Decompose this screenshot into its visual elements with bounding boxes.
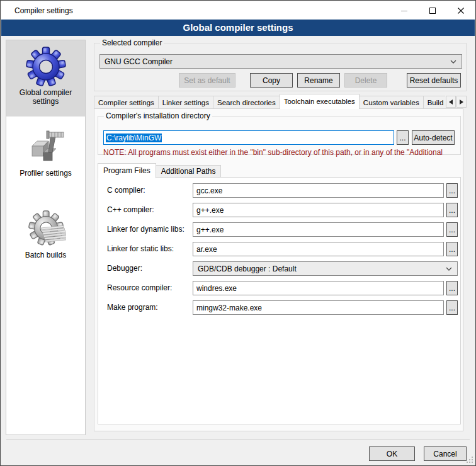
browse-resource-compiler-button[interactable]: ... (446, 281, 458, 295)
chevron-down-icon (445, 266, 453, 271)
compiler-settings-dialog: Compiler settings Global compiler settin… (0, 0, 476, 466)
delete-button[interactable]: Delete (344, 73, 387, 88)
sidebar-item-label: Profiler settings (13, 169, 79, 178)
maximize-button[interactable] (418, 1, 446, 20)
browse-linker-dynamic-button[interactable]: ... (446, 222, 458, 237)
program-files-page: C compiler: ... C++ compiler: ... Linker… (98, 177, 461, 424)
cpp-compiler-input[interactable] (193, 203, 444, 217)
chevron-down-icon (450, 59, 457, 64)
tab-toolchain-executables[interactable]: Toolchain executables (280, 94, 360, 109)
browse-cpp-compiler-button[interactable]: ... (446, 203, 458, 217)
browse-directory-button[interactable]: ... (397, 130, 409, 145)
debugger-select-value: GDB/CDB debugger : Default (198, 264, 297, 273)
tab-scroll-right-icon (459, 99, 464, 105)
field-row-resource-compiler: Resource compiler: ... (98, 281, 460, 295)
copy-button[interactable]: Copy (250, 73, 293, 88)
field-label: Make program: (107, 300, 158, 315)
minimize-button[interactable] (390, 1, 418, 20)
field-row-make-program: Make program: ... (98, 300, 460, 315)
field-row-cpp-compiler: C++ compiler: ... (98, 203, 460, 217)
close-icon (456, 6, 466, 16)
tab-build-options[interactable]: Build options (423, 96, 445, 109)
rename-button[interactable]: Rename (297, 73, 340, 88)
tab-scroll-left-icon (448, 99, 453, 105)
program-tabstrip: Program Files Additional Paths (98, 163, 221, 178)
installation-directory-input[interactable]: C:\raylib\MinGW (103, 130, 394, 145)
c-compiler-input[interactable] (193, 183, 444, 198)
settings-tabstrip: Compiler settings Linker settings Search… (94, 94, 445, 109)
minimize-icon (399, 6, 409, 16)
window-title: Compiler settings (1, 6, 73, 15)
close-button[interactable] (446, 1, 475, 20)
selected-compiler-group: Selected compiler GNU GCC Compiler Set a… (94, 43, 467, 91)
field-row-c-compiler: C compiler: ... (98, 183, 460, 198)
auto-detect-button[interactable]: Auto-detect (412, 130, 455, 145)
linker-dynamic-input[interactable] (193, 222, 444, 237)
cancel-button[interactable]: Cancel (424, 446, 467, 461)
footer-divider (6, 440, 470, 440)
field-label: Debugger: (107, 261, 142, 276)
selected-text: C:\raylib\MinGW (106, 134, 162, 142)
note-text: NOTE: All programs must exist either in … (103, 148, 460, 157)
tab-custom-variables[interactable]: Custom variables (359, 96, 424, 109)
tab-compiler-settings[interactable]: Compiler settings (94, 96, 159, 109)
page-title: Global compiler settings (1, 20, 475, 36)
maximize-icon (428, 6, 438, 16)
field-label: Linker for dynamic libs: (107, 222, 184, 237)
field-label: Resource compiler: (107, 281, 172, 295)
sidebar-item-global-compiler-settings[interactable]: Global compiler settings (6, 40, 85, 116)
ok-button[interactable]: OK (369, 446, 415, 461)
browse-linker-static-button[interactable]: ... (446, 242, 458, 256)
make-program-input[interactable] (193, 300, 444, 315)
titlebar: Compiler settings (1, 1, 475, 20)
installation-directory-group: Compiler's installation directory C:\ray… (98, 116, 461, 155)
field-label: C++ compiler: (107, 203, 154, 217)
profiler-caliper-icon (26, 127, 66, 168)
batch-builds-icon (26, 209, 66, 249)
blue-gear-icon (26, 47, 66, 87)
browse-c-compiler-button[interactable]: ... (446, 183, 458, 198)
toolchain-executables-page: Compiler's installation directory C:\ray… (94, 108, 463, 431)
caption-buttons (390, 1, 475, 20)
field-label: Linker for static libs: (107, 242, 174, 256)
settings-sidebar: Global compiler settings Profiler settin… (6, 40, 86, 435)
resize-grip-icon[interactable] (465, 455, 473, 463)
tab-search-directories[interactable]: Search directories (213, 96, 280, 109)
compiler-select-value: GNU GCC Compiler (105, 57, 173, 66)
group-label: Compiler's installation directory (104, 111, 212, 120)
linker-static-input[interactable] (193, 242, 444, 256)
sidebar-item-label: Global compiler settings (13, 88, 79, 106)
tab-linker-settings[interactable]: Linker settings (158, 96, 213, 109)
debugger-select[interactable]: GDB/CDB debugger : Default (193, 261, 458, 276)
resource-compiler-input[interactable] (193, 281, 444, 295)
field-row-linker-dynamic: Linker for dynamic libs: ... (98, 222, 460, 237)
sidebar-item-label: Batch builds (13, 251, 79, 259)
sidebar-item-batch-builds[interactable]: Batch builds (6, 203, 85, 269)
field-label: C compiler: (107, 183, 145, 198)
tab-scroll-left-button[interactable] (446, 96, 456, 108)
set-as-default-button[interactable]: Set as default (179, 73, 235, 88)
field-row-linker-static: Linker for static libs: ... (98, 242, 460, 256)
group-label: Selected compiler (100, 38, 164, 47)
tab-scroll-right-button[interactable] (456, 96, 467, 108)
field-row-debugger: Debugger: GDB/CDB debugger : Default (98, 261, 460, 276)
sidebar-item-profiler-settings[interactable]: Profiler settings (6, 121, 85, 186)
tab-program-files[interactable]: Program Files (98, 163, 156, 178)
browse-make-program-button[interactable]: ... (446, 300, 458, 315)
compiler-select[interactable]: GNU GCC Compiler (99, 54, 462, 69)
tab-additional-paths[interactable]: Additional Paths (156, 165, 222, 178)
reset-defaults-button[interactable]: Reset defaults (407, 73, 461, 88)
tab-scroll-buttons (445, 96, 467, 108)
